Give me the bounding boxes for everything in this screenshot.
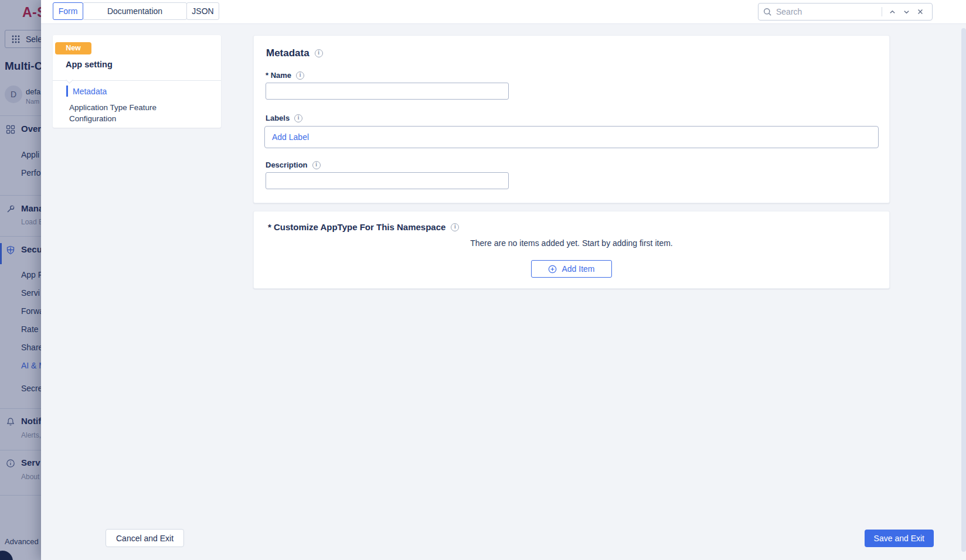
name-field-label: * Name: [266, 71, 291, 80]
search-icon: [763, 8, 772, 16]
cancel-and-exit-button[interactable]: Cancel and Exit: [106, 529, 184, 547]
scrollbar-thumb[interactable]: [961, 28, 966, 552]
active-step-indicator: [66, 86, 68, 97]
description-input[interactable]: [266, 172, 509, 189]
new-badge: New: [55, 42, 91, 54]
info-icon[interactable]: [315, 49, 323, 57]
labels-box: Add Label: [264, 126, 879, 148]
tab-form[interactable]: Form: [53, 2, 83, 20]
screen: A-S Selec Multi-C D defa Nam Over Appli …: [0, 0, 966, 560]
divider-notch: [66, 76, 73, 84]
labels-field-label: Labels: [266, 114, 290, 122]
add-label-button[interactable]: Add Label: [272, 132, 309, 142]
steps-panel: New App setting Metadata Application Typ…: [53, 35, 221, 128]
add-item-label: Add Item: [562, 264, 594, 274]
customize-card-title: * Customize AppType For This Namespace: [268, 222, 445, 232]
search-close-button[interactable]: [913, 5, 927, 19]
metadata-card: Metadata * Name Labels Add Label Descrip…: [253, 35, 890, 203]
steps-panel-title: App setting: [66, 60, 113, 69]
info-icon[interactable]: [294, 114, 302, 122]
info-icon[interactable]: [296, 71, 304, 80]
add-item-button[interactable]: Add Item: [531, 260, 612, 278]
description-field-label: Description: [266, 161, 308, 169]
search-next-button[interactable]: [899, 5, 913, 19]
tab-json[interactable]: JSON: [186, 2, 219, 20]
view-tabs: Form Documentation JSON: [53, 2, 219, 20]
settings-drawer: Form Documentation JSON: [41, 0, 966, 560]
customize-apptype-card: * Customize AppType For This Namespace T…: [253, 211, 890, 289]
search-prev-button[interactable]: [885, 5, 899, 19]
search-box: [758, 3, 933, 21]
step-item-metadata[interactable]: Metadata: [66, 86, 107, 97]
save-and-exit-button[interactable]: Save and Exit: [865, 530, 934, 547]
search-input[interactable]: [776, 7, 879, 16]
name-input[interactable]: [266, 83, 509, 100]
step-item-label: Metadata: [73, 87, 107, 96]
divider: [53, 80, 221, 81]
metadata-card-title: Metadata: [266, 47, 309, 59]
info-icon[interactable]: [451, 223, 459, 231]
info-icon[interactable]: [312, 161, 321, 169]
empty-state-text: There are no items added yet. Start by a…: [254, 238, 889, 248]
drawer-topbar: Form Documentation JSON: [41, 0, 966, 24]
plus-circle-icon: [548, 265, 557, 274]
tab-documentation[interactable]: Documentation: [83, 2, 187, 20]
step-item-apptype-config[interactable]: Application Type Feature Configuration: [69, 102, 205, 124]
divider: [882, 7, 882, 16]
drawer-body: New App setting Metadata Application Typ…: [41, 24, 966, 560]
